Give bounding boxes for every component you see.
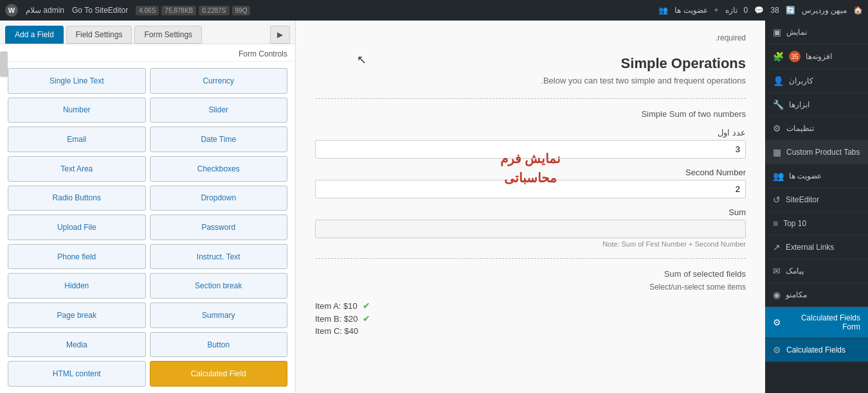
field-btn-number[interactable]: Number — [8, 98, 146, 123]
sidebar-item-tools[interactable]: ابزارها 🔧 — [765, 93, 868, 117]
plugins-icon: 🧩 — [773, 51, 784, 62]
perf-queries: 99Q — [232, 6, 251, 15]
settings-icon: ⚙ — [773, 123, 781, 134]
field-btn-page-break[interactable]: Page break — [8, 302, 146, 328]
sidebar-label-makamno: مکامنو — [786, 290, 807, 299]
new-button[interactable]: تازه — [725, 6, 737, 15]
makamno-icon: ◉ — [773, 290, 781, 300]
field-btn-summary[interactable]: Summary — [150, 302, 288, 328]
perf-memory: 75,878KB — [161, 6, 196, 15]
field-btn-section-break[interactable]: Section break — [150, 273, 288, 299]
sidebar-item-users[interactable]: کاربران 👤 — [765, 69, 868, 93]
sidebar-item-custom-product-tabs[interactable]: Custom Product Tabs ▦ — [765, 141, 868, 164]
members-icon: 👥 — [658, 6, 668, 15]
section-divider-1 — [315, 98, 746, 99]
sidebar-item-external-links[interactable]: External Links ↗ — [765, 236, 868, 259]
sidebar: نمایش ▣ افزونه‌ها 35 🧩 کاربران 👤 ابزارها… — [765, 21, 868, 393]
sidebar-item-siteeditor[interactable]: SiteEditor ↺ — [765, 188, 868, 212]
updates-count: 38 — [770, 6, 779, 15]
members-label[interactable]: عضویت ها — [674, 6, 707, 15]
users-icon: 👤 — [773, 76, 784, 86]
checkbox-item-b: ✔ Item B: $20 — [315, 313, 746, 324]
go-to-site[interactable]: Go To SiteEditor — [72, 6, 128, 15]
sidebar-label-tools: ابزارها — [789, 100, 809, 109]
sidebar-label-payamak: پیامک — [786, 266, 804, 275]
tab-field-settings[interactable]: Field Settings — [66, 26, 132, 44]
sidebar-label-calc-fields: Calculated Fields — [786, 345, 845, 354]
sidebar-label-members: عضویت ها — [789, 171, 822, 180]
tools-icon: 🔧 — [773, 100, 784, 110]
sidebar-item-settings[interactable]: تنظیمات ⚙ — [765, 117, 868, 141]
external-links-icon: ↗ — [773, 242, 781, 252]
sidebar-label-plugins: افزونه‌ها — [806, 52, 832, 61]
sidebar-label-users: کاربران — [789, 76, 813, 85]
input-second-number[interactable] — [315, 180, 746, 198]
checkbox-label-a[interactable]: Item A: $10 — [315, 301, 357, 311]
sidebar-label-external-links: External Links — [786, 243, 834, 252]
scrollbar-handle[interactable] — [0, 51, 8, 77]
top10-icon: ≡ — [773, 218, 778, 229]
field-btn-currency[interactable]: Currency — [150, 68, 288, 94]
label-second-number: Second Number — [315, 168, 746, 177]
field-btn-slider[interactable]: Slider — [150, 98, 288, 123]
input-sum[interactable] — [315, 220, 746, 238]
perf-queries-time: 0.2287S — [199, 6, 229, 15]
field-btn-upload-file[interactable]: Upload File — [8, 214, 146, 240]
sidebar-item-display[interactable]: نمایش ▣ — [765, 21, 868, 44]
display-icon: ▣ — [773, 27, 781, 37]
wp-logo[interactable]: W — [5, 4, 18, 17]
tab-row: Add a Field Field Settings Form Settings… — [0, 21, 295, 44]
field-grid: Single Line TextCurrencyNumberSliderEmai… — [0, 62, 295, 393]
preview-area: ↖ .required Simple Operations .Below you… — [296, 21, 765, 393]
sidebar-label-display: نمایش — [786, 28, 807, 37]
tab-form-settings[interactable]: Form Settings — [134, 26, 202, 44]
required-text: .required — [315, 33, 746, 42]
field-btn-calculated-field[interactable]: Calculated Field — [150, 361, 288, 387]
field-btn-checkboxes[interactable]: Checkboxes — [150, 156, 288, 182]
comments-icon[interactable]: 💬 — [754, 6, 764, 15]
field-btn-phone-field[interactable]: Phone field — [8, 244, 146, 270]
profile-link[interactable]: میهن وردپرس — [802, 6, 847, 15]
field-btn-html-content[interactable]: HTML content — [8, 361, 146, 387]
field-second-number: Second Number — [315, 168, 746, 198]
sidebar-item-makamno[interactable]: مکامنو ◉ — [765, 283, 868, 307]
field-btn-instruct-text[interactable]: Instruct. Text — [150, 244, 288, 270]
checkbox-label-c[interactable]: Item C: $40 — [315, 326, 358, 336]
performance-pills: 4.06S 75,878KB 0.2287S 99Q — [136, 6, 250, 15]
site-name[interactable]: سلام admin — [26, 6, 64, 15]
checkbox-label-b[interactable]: Item B: $20 — [315, 314, 357, 324]
sidebar-item-top10[interactable]: Top 10 ≡ — [765, 212, 868, 236]
checkbox-item-c: Item C: $40 — [315, 326, 746, 336]
section-heading-simple-sum: Simple Sum of two numbers — [315, 109, 746, 119]
check-icon-b: ✔ — [363, 313, 370, 324]
field-btn-date-time[interactable]: Date Time — [150, 127, 288, 152]
perf-time: 4.06S — [136, 6, 159, 15]
form-subtitle: .Below you can test two simple and frequ… — [315, 76, 746, 85]
form-title: Simple Operations — [315, 55, 746, 72]
sidebar-item-members[interactable]: عضویت ها 👥 — [765, 164, 868, 188]
sidebar-item-plugins[interactable]: افزونه‌ها 35 🧩 — [765, 44, 868, 69]
section-heading-sum-selected: Sum of selected fields Select/un-select … — [315, 269, 746, 292]
sidebar-label-top10: Top 10 — [783, 219, 806, 228]
field-btn-hidden[interactable]: Hidden — [8, 273, 146, 299]
field-btn-password[interactable]: Password — [150, 214, 288, 240]
payamak-icon: ✉ — [773, 266, 781, 276]
updates-icon[interactable]: 🔄 — [786, 6, 795, 15]
wp-home-icon[interactable]: 🏠 — [853, 6, 863, 15]
field-btn-radio-buttons[interactable]: Radio Buttons — [8, 186, 146, 211]
field-btn-dropdown[interactable]: Dropdown — [150, 186, 288, 211]
sidebar-item-calc-fields-form[interactable]: Calculated Fields Form ⚙ — [765, 307, 868, 338]
calc-fields-form-icon: ⚙ — [773, 317, 781, 328]
tab-add-field[interactable]: Add a Field — [5, 26, 64, 44]
field-btn-single-line-text[interactable]: Single Line Text — [8, 68, 146, 94]
field-btn-email[interactable]: Email — [8, 127, 146, 152]
field-btn-text-area[interactable]: Text Area — [8, 156, 146, 182]
field-btn-media[interactable]: Media — [8, 332, 146, 358]
sidebar-item-calc-fields[interactable]: Calculated Fields ⚙ — [765, 338, 868, 362]
input-first-number[interactable] — [315, 140, 746, 159]
tab-more-arrow[interactable]: ▶ — [270, 26, 290, 44]
check-icon-a: ✔ — [363, 301, 370, 311]
sidebar-item-payamak[interactable]: پیامک ✉ — [765, 259, 868, 283]
label-sum: Sum — [315, 207, 746, 217]
field-btn-button[interactable]: Button — [150, 332, 288, 358]
